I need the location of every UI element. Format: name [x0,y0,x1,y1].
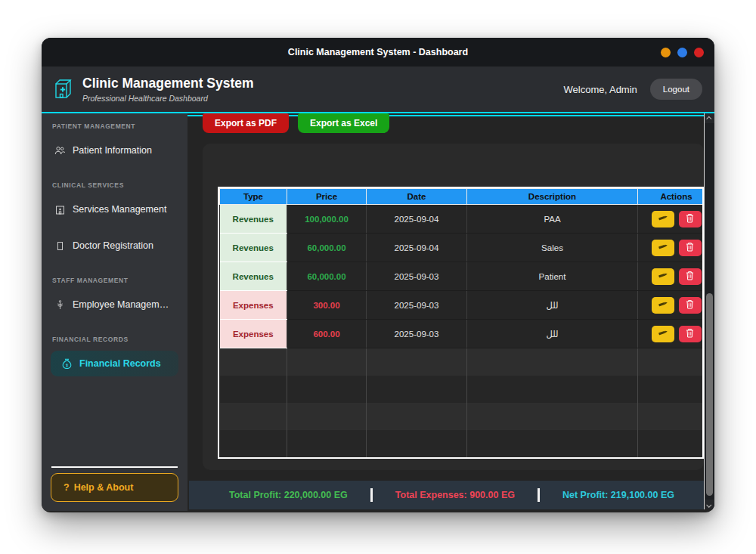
hospital-icon [52,77,75,101]
trash-icon [686,299,694,311]
header-titles: Clinic Management System Professional He… [82,76,254,103]
empty-row [220,430,705,457]
type-cell: Expenses [220,291,287,320]
edit-button[interactable] [652,211,674,227]
description-cell: Patient [467,262,638,291]
trash-icon [686,271,694,283]
sidebar-item-employee-managem[interactable]: Employee Managem… [42,292,187,317]
description-cell: للل [467,291,638,320]
content-area: PATIENT MANAGEMENTPatient InformationCLI… [42,112,714,511]
description-cell: للل [467,320,638,348]
type-cell: Revenues [220,262,287,291]
date-cell: 2025-09-03 [367,262,467,291]
delete-button[interactable] [679,268,702,285]
sidebar-item-label: Employee Managem… [73,299,169,310]
chevron-up-icon [706,116,711,122]
pencil-icon [658,213,668,224]
sidebar-item-doctor-registration[interactable]: Doctor Registration [42,233,187,258]
price-cell: 600.00 [287,320,367,348]
question-icon: ? [64,482,70,493]
date-cell: 2025-09-04 [367,205,467,234]
type-cell: Expenses [220,320,287,348]
table-row[interactable]: Revenues60,000.002025-09-03Patient [220,262,705,291]
delete-button[interactable] [679,297,702,314]
sidebar-item-financial-records[interactable]: Financial Records [51,351,178,376]
actions-cell [638,320,705,348]
sidebar-item-patient-information[interactable]: Patient Information [42,138,187,163]
staff-icon [54,300,66,310]
scrollbar[interactable] [704,113,714,509]
services-icon [54,205,66,215]
export-pdf-button[interactable]: Export as PDF [203,113,289,133]
description-cell: PAA [467,205,638,234]
minimize-button[interactable] [661,48,671,57]
pencil-icon [658,328,668,339]
pencil-icon [658,271,668,282]
table-header-row: TypePriceDateDescriptionActions [220,189,705,205]
scroll-down-button[interactable] [705,500,714,509]
app-header: Clinic Management System Professional He… [42,67,714,112]
trash-icon [686,328,694,340]
price-cell: 60,000.00 [287,234,367,262]
logout-button[interactable]: Logout [650,79,702,100]
actions-cell [638,291,705,320]
pencil-icon [658,299,668,311]
column-header-type: Type [220,189,287,205]
patients-icon [54,146,66,155]
sidebar-divider [51,466,178,468]
empty-row [220,403,705,430]
sidebar-section-label: FINANCIAL RECORDS [52,336,177,343]
close-button[interactable] [694,48,704,57]
edit-button[interactable] [652,297,674,314]
total-expenses-text: Total Expenses: 900.00 EG [395,490,515,500]
pencil-icon [658,242,668,253]
maximize-button[interactable] [677,48,687,57]
actions-cell [638,205,705,234]
window-controls [661,38,704,67]
delete-button[interactable] [679,240,702,256]
sidebar-item-label: Services Management [73,204,166,215]
edit-button[interactable] [652,326,674,342]
help-about-label: Help & About [74,482,134,493]
statusbar-separator [538,488,540,502]
export-excel-button[interactable]: Export as Excel [298,113,389,133]
welcome-text: Welcome, Admin [564,84,637,95]
empty-row [220,348,705,376]
sidebar: PATIENT MANAGEMENTPatient InformationCLI… [42,113,187,511]
sidebar-section-label: PATIENT MANAGEMENT [52,122,177,130]
empty-row [220,376,705,403]
sidebar-section-label: CLINICAL SERVICES [52,181,177,189]
price-cell: 60,000.00 [287,262,367,291]
trash-icon [686,213,694,225]
window-title: Clinic Management System - Dashboard [288,47,468,57]
titlebar[interactable]: Clinic Management System - Dashboard [42,38,714,67]
total-profit-text: Total Profit: 220,000.00 EG [229,490,348,500]
delete-button[interactable] [679,326,702,342]
statusbar-separator [370,488,373,502]
sidebar-item-services-management[interactable]: Services Management [42,197,187,222]
table-row[interactable]: Expenses600.002025-09-03للل [220,320,705,348]
column-header-description: Description [467,189,638,205]
scrollbar-thumb[interactable] [706,293,713,496]
delete-button[interactable] [679,211,702,227]
trash-icon [686,242,694,254]
actions-cell [638,234,705,262]
edit-button[interactable] [652,268,674,285]
price-cell: 300.00 [287,291,367,320]
table-row[interactable]: Revenues60,000.002025-09-04Sales [220,234,705,262]
app-title: Clinic Management System [82,76,254,91]
date-cell: 2025-09-04 [367,234,467,262]
help-about-button[interactable]: ?Help & About [51,473,178,502]
column-header-actions: Actions [638,189,705,205]
status-bar: Total Profit: 220,000.00 EG Total Expens… [189,481,714,509]
table-row[interactable]: Expenses300.002025-09-03للل [220,291,705,320]
sidebar-item-label: Financial Records [79,358,161,369]
table-row[interactable]: Revenues100,000.002025-09-04PAA [220,205,705,234]
app-subtitle: Professional Healthcare Dashboard [82,94,254,103]
app-window: Clinic Management System - Dashboard Cli… [42,38,714,512]
net-profit-text: Net Profit: 219,100.00 EG [562,490,674,500]
edit-button[interactable] [652,240,674,256]
scroll-up-button[interactable] [705,113,714,123]
price-cell: 100,000.00 [287,205,367,234]
type-cell: Revenues [220,234,287,262]
